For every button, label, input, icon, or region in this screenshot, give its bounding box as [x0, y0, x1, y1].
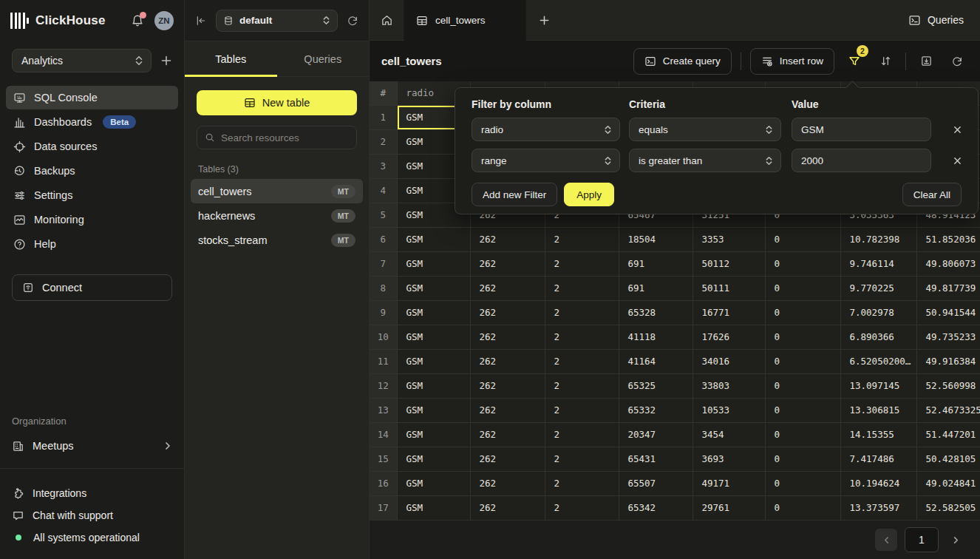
cell[interactable]: 2	[545, 447, 619, 471]
sort-button[interactable]	[874, 50, 896, 72]
cell[interactable]: GSM	[397, 276, 470, 300]
filter-value-input[interactable]	[792, 118, 931, 141]
remove-filter-button[interactable]	[953, 157, 962, 165]
cell[interactable]: 49.916384	[916, 349, 980, 373]
cell[interactable]: 65431	[619, 447, 693, 471]
search-input[interactable]	[221, 132, 349, 143]
cell[interactable]: 0	[765, 349, 840, 373]
queries-button[interactable]: Queries	[892, 0, 980, 40]
new-tab-button[interactable]	[526, 0, 562, 40]
filter-criteria-select[interactable]: is greater than	[629, 149, 781, 172]
cell[interactable]: 50112	[693, 251, 765, 276]
apply-button[interactable]: Apply	[564, 183, 614, 206]
cell[interactable]: 9.770225	[840, 276, 916, 300]
cell[interactable]: 3693	[693, 447, 765, 471]
cell[interactable]: 2	[545, 325, 619, 349]
cell[interactable]: 2	[545, 300, 619, 325]
cell[interactable]: GSM	[397, 227, 470, 251]
cell[interactable]: 10.194624	[840, 471, 916, 495]
cell[interactable]: 2	[545, 251, 619, 276]
home-button[interactable]	[370, 0, 404, 40]
filter-column-select[interactable]: range	[472, 149, 620, 172]
cell[interactable]: 29761	[693, 495, 765, 520]
cell[interactable]: 0	[765, 373, 840, 398]
cell[interactable]: 3454	[693, 422, 765, 447]
cell[interactable]: 0	[765, 398, 840, 422]
column-header-index[interactable]: #	[370, 81, 397, 105]
sidebar-item-monitoring[interactable]: Monitoring	[6, 208, 178, 231]
cell[interactable]: GSM	[397, 325, 470, 349]
cell[interactable]: 0	[765, 300, 840, 325]
cell[interactable]: 262	[470, 447, 545, 471]
cell[interactable]: 262	[470, 300, 545, 325]
cell[interactable]: 65342	[619, 495, 693, 520]
cell[interactable]: 14.15355	[840, 422, 916, 447]
new-table-button[interactable]: New table	[197, 90, 357, 115]
cell[interactable]: 52.582505	[916, 495, 980, 520]
cell[interactable]: 262	[470, 325, 545, 349]
cell[interactable]: 50.428105	[916, 447, 980, 471]
cell[interactable]: 49171	[693, 471, 765, 495]
cell[interactable]: 0	[765, 325, 840, 349]
cell[interactable]: 34016	[693, 349, 765, 373]
next-page-button[interactable]	[946, 529, 965, 551]
notifications-button[interactable]	[131, 14, 144, 27]
cell[interactable]: 33803	[693, 373, 765, 398]
sidebar-item-chat-support[interactable]: Chat with support	[12, 504, 172, 526]
clear-all-button[interactable]: Clear All	[902, 183, 962, 206]
cell[interactable]: GSM	[397, 495, 470, 520]
search-resources[interactable]	[197, 126, 357, 149]
cell[interactable]: 0	[765, 251, 840, 276]
cell[interactable]: 9.746114	[840, 251, 916, 276]
cell[interactable]: GSM	[397, 471, 470, 495]
cell[interactable]: 49.817739	[916, 276, 980, 300]
avatar[interactable]: ZN	[154, 11, 174, 30]
cell[interactable]: GSM	[397, 373, 470, 398]
cell[interactable]: 262	[470, 349, 545, 373]
cell[interactable]: 65507	[619, 471, 693, 495]
cell[interactable]: GSM	[397, 398, 470, 422]
filter-button[interactable]: 2	[843, 50, 865, 72]
sidebar-item-dashboards[interactable]: Dashboards Beta	[6, 110, 178, 134]
cell[interactable]: 65332	[619, 398, 693, 422]
sidebar-item-data-sources[interactable]: Data sources	[6, 135, 178, 158]
cell[interactable]: 2	[545, 227, 619, 251]
cell[interactable]: 2	[545, 495, 619, 520]
cell[interactable]: 2	[545, 276, 619, 300]
cell[interactable]: 2	[545, 422, 619, 447]
cell[interactable]: 49.024841	[916, 471, 980, 495]
cell[interactable]: 52.4673325	[916, 398, 980, 422]
sidebar-item-settings[interactable]: Settings	[6, 183, 178, 207]
cell[interactable]: 51.447201	[916, 422, 980, 447]
add-workspace-button[interactable]	[160, 55, 172, 67]
cell[interactable]: 262	[470, 251, 545, 276]
cell[interactable]: 262	[470, 373, 545, 398]
cell[interactable]: GSM	[397, 422, 470, 447]
connect-button[interactable]: Connect	[12, 274, 172, 301]
cell[interactable]: 7.417486	[840, 447, 916, 471]
create-query-button[interactable]: Create query	[633, 48, 732, 75]
cell[interactable]: 0	[765, 227, 840, 251]
cell[interactable]: 0	[765, 471, 840, 495]
cell[interactable]: GSM	[397, 447, 470, 471]
download-button[interactable]	[915, 50, 937, 72]
cell[interactable]: 16771	[693, 300, 765, 325]
cell[interactable]: GSM	[397, 349, 470, 373]
cell[interactable]: GSM	[397, 300, 470, 325]
cell[interactable]: 18504	[619, 227, 693, 251]
cell[interactable]: 691	[619, 276, 693, 300]
cell[interactable]: 65325	[619, 373, 693, 398]
table-item-stocks-stream[interactable]: stocks_stream MT	[191, 228, 363, 252]
cell[interactable]: 41164	[619, 349, 693, 373]
insert-row-button[interactable]: Insert row	[750, 48, 834, 75]
cell[interactable]: 0	[765, 495, 840, 520]
prev-page-button[interactable]	[875, 529, 897, 551]
filter-value-input[interactable]	[792, 149, 931, 172]
filter-column-select[interactable]: radio	[472, 118, 620, 141]
cell[interactable]: 51.852036	[916, 227, 980, 251]
tab-cell-towers[interactable]: cell_towers	[404, 0, 526, 41]
sidebar-item-sql-console[interactable]: SQL Console	[6, 86, 178, 109]
sidebar-item-integrations[interactable]: Integrations	[12, 482, 172, 504]
cell[interactable]: 6.52050200…	[840, 349, 916, 373]
cell[interactable]: 2	[545, 349, 619, 373]
